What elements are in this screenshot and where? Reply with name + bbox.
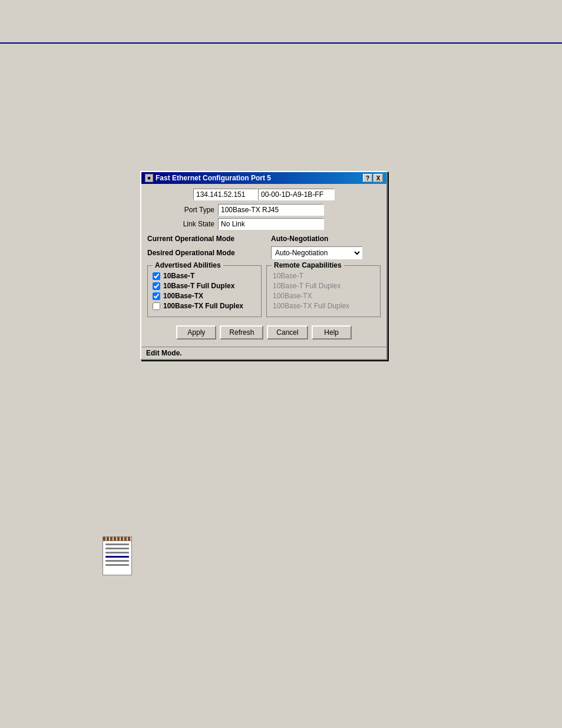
dialog-body: Port Type Link State Current Operational… [141,184,386,347]
current-mode-value: Auto-Negotiation [271,235,328,243]
adv-checkbox-1[interactable] [153,282,160,290]
help-title-button[interactable]: ? [363,174,372,182]
desired-mode-row: Desired Operational Mode Auto-Negotiatio… [147,246,381,259]
remote-item-1: 10Base-T Full Duplex [272,282,375,290]
top-line [0,42,562,44]
apply-button[interactable]: Apply [176,325,216,340]
port-type-label: Port Type [147,206,218,214]
info-bar [147,189,381,200]
notepad-body [103,541,132,575]
advertised-abilities-items: 10Base-T 10Base-T Full Duplex 100Base-TX… [153,272,256,310]
button-row: Apply Refresh Cancel Help [147,325,381,340]
port-type-row: Port Type [147,204,381,216]
notepad-top [103,536,132,541]
remote-item-2: 100Base-TX [272,292,375,300]
port-type-value [218,204,324,216]
status-text: Edit Mode. [146,349,182,357]
current-mode-row: Current Operational Mode Auto-Negotiatio… [147,235,381,243]
advertised-abilities-group: Advertised Abilities 10Base-T 10Base-T F… [147,265,262,317]
remote-capabilities-legend: Remote Capabilities [272,261,344,269]
adv-item-1[interactable]: 10Base-T Full Duplex [153,282,256,290]
adv-item-0[interactable]: 10Base-T [153,272,256,280]
current-mode-label: Current Operational Mode [147,235,271,243]
adv-checkbox-3[interactable] [153,302,160,310]
desired-mode-select[interactable]: Auto-Negotiation 10Base-T 10Base-T Full … [271,246,362,259]
advertised-abilities-legend: Advertised Abilities [153,261,223,269]
adv-checkbox-2[interactable] [153,292,160,300]
remote-capabilities-group: Remote Capabilities 10Base-T 10Base-T Fu… [266,265,381,317]
help-button[interactable]: Help [312,325,352,340]
notepad-line-2 [105,548,129,549]
adv-item-2[interactable]: 100Base-TX [153,292,256,300]
link-state-value [218,218,324,230]
cancel-button[interactable]: Cancel [267,325,308,340]
title-bar-left: ■ Fast Ethernet Configuration Port 5 [145,174,271,182]
status-bar: Edit Mode. [141,347,386,359]
notepad-line-1 [105,543,129,545]
close-title-button[interactable]: X [373,174,383,182]
notepad-line-6 [105,564,129,566]
notepad-line-5 [105,560,129,562]
notepad-icon [99,536,135,578]
desired-mode-label: Desired Operational Mode [147,249,271,257]
notepad-line-3 [105,552,129,554]
remote-item-0: 10Base-T [272,272,375,280]
refresh-button[interactable]: Refresh [220,325,263,340]
title-bar: ■ Fast Ethernet Configuration Port 5 ? X [141,172,386,184]
adv-checkbox-0[interactable] [153,272,160,280]
dialog-title: Fast Ethernet Configuration Port 5 [156,174,271,182]
remote-item-3: 100Base-TX Full Duplex [272,302,375,310]
groups-area: Advertised Abilities 10Base-T 10Base-T F… [147,265,381,317]
mac-address-field[interactable] [258,189,335,200]
link-state-row: Link State [147,218,381,230]
link-state-label: Link State [147,220,218,228]
ip-address-field[interactable] [193,189,258,200]
title-bar-buttons: ? X [363,174,383,182]
notepad-line-4 [105,556,129,558]
title-icon: ■ [145,174,153,182]
adv-item-3[interactable]: 100Base-TX Full Duplex [153,302,256,310]
remote-capabilities-items: 10Base-T 10Base-T Full Duplex 100Base-TX… [272,272,375,310]
dialog-window: ■ Fast Ethernet Configuration Port 5 ? X… [140,171,388,360]
